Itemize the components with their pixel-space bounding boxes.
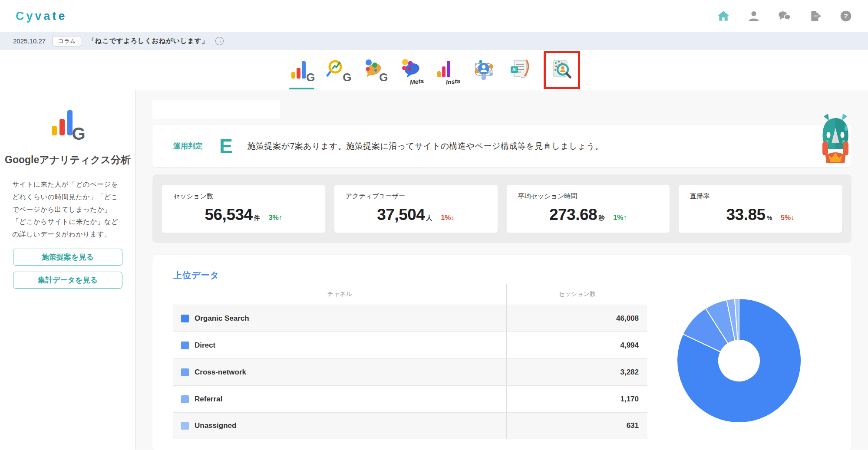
news-bar: 2025.10.27 コラム 「ねこですよろしくおねがいします」 → — [0, 32, 868, 50]
judgment-grade: E — [219, 135, 233, 158]
service-tab-bar: G G G Meta — [0, 50, 868, 90]
stat-card-sessions: セッション数 56,534 件 3%↑ — [162, 185, 325, 233]
stat-delta: 3%↑ — [269, 214, 283, 222]
session-count: 631 — [506, 413, 647, 439]
stat-delta: 1%↓ — [441, 214, 455, 222]
tab-meta[interactable]: Meta — [398, 55, 424, 85]
home-icon[interactable] — [717, 10, 730, 23]
stat-value: 273.68 — [549, 206, 597, 224]
stat-unit: 秒 — [598, 214, 604, 222]
user-icon[interactable] — [747, 10, 760, 23]
stat-value: 56,534 — [205, 206, 252, 224]
session-count: 46,008 — [506, 305, 647, 332]
ai-report-icon: AI — [508, 58, 532, 82]
legend-swatch — [181, 395, 189, 403]
tab-persona-analysis[interactable] — [544, 51, 580, 89]
down-arrow-icon: ↓ — [451, 214, 455, 222]
svg-text:?: ? — [844, 12, 848, 20]
stats-cards: セッション数 56,534 件 3%↑ アクティブユーザー 37,504 人 1… — [152, 174, 851, 243]
news-title-link[interactable]: 「ねこですよろしくおねがいします」 — [88, 37, 208, 45]
judgment-panel: 運用判定 E 施策提案が7案あります。施策提案に沿ってサイトの構造やページ構成等… — [152, 125, 851, 167]
session-count: 3,282 — [506, 359, 647, 385]
stat-unit: 件 — [254, 214, 260, 222]
table-row[interactable]: Unassigned 631 — [173, 412, 647, 439]
tab-google-analytics[interactable]: G — [288, 55, 314, 85]
app-header: Cyvate ? — [0, 0, 868, 32]
top-data-panel: 上位データ チャネル セッション数 Organic Search 46,008 … — [152, 255, 851, 450]
google-analytics-logo: G — [44, 108, 92, 141]
stat-delta: 5%↓ — [781, 214, 795, 222]
news-date: 2025.10.27 — [13, 37, 46, 45]
svg-text:G: G — [72, 124, 85, 141]
news-category-badge: コラム — [53, 36, 81, 46]
export-icon[interactable] — [809, 10, 822, 23]
main-area: 運用判定 E 施策提案が7案あります。施策提案に沿ってサイトの構造やページ構成等… — [136, 90, 868, 450]
up-arrow-icon: ↑ — [623, 214, 627, 222]
stat-label: セッション数 — [173, 192, 314, 200]
view-aggregate-data-button[interactable]: 集計データを見る — [13, 272, 122, 289]
session-count: 1,170 — [506, 386, 647, 412]
stat-value: 33.85 — [726, 206, 766, 224]
sidebar: G Googleアナリティクス分析 サイトに来た人が「どのページをどれくらいの時… — [0, 90, 136, 450]
channel-name: Direct — [195, 341, 215, 350]
persona-analysis-icon — [550, 58, 574, 82]
stat-card-active-users: アクティブユーザー 37,504 人 1%↓ — [334, 185, 498, 233]
legend-swatch — [181, 315, 189, 322]
tab-google-business-profile[interactable]: G — [361, 55, 387, 85]
judgment-label: 運用判定 — [173, 141, 203, 151]
help-icon[interactable]: ? — [839, 10, 852, 23]
legend-swatch — [181, 342, 189, 349]
chat-icon[interactable] — [778, 10, 792, 23]
stat-label: 直帰率 — [690, 192, 831, 200]
stat-unit: 人 — [426, 214, 432, 222]
session-count: 4,994 — [506, 332, 647, 358]
table-row[interactable]: Direct 4,994 — [173, 332, 647, 358]
judgment-message: 施策提案が7案あります。施策提案に沿ってサイトの構造やページ構成等を見直しましょ… — [248, 141, 604, 152]
up-arrow-icon: ↑ — [279, 214, 283, 222]
tab-instagram[interactable]: Insta — [434, 55, 460, 85]
tab-ai-advisor[interactable] — [471, 55, 497, 85]
column-header-sessions: セッション数 — [506, 284, 647, 305]
stat-delta: 1%↑ — [613, 214, 627, 222]
svg-text:AI: AI — [512, 67, 516, 72]
table-row[interactable]: Referral 1,170 — [173, 385, 647, 412]
tab-search-console[interactable]: G — [325, 55, 351, 85]
channel-donut-chart — [647, 284, 831, 439]
stat-card-avg-session-time: 平均セッション時間 273.68 秒 1%↑ — [507, 185, 670, 233]
channel-table: チャネル セッション数 Organic Search 46,008 Direct… — [173, 284, 647, 439]
sidebar-description: サイトに来た人が「どのページをどれくらいの時間見たか」「どこでページから出てしま… — [12, 178, 123, 240]
top-data-heading: 上位データ — [173, 269, 831, 281]
stat-card-bounce-rate: 直帰率 33.85 % 5%↓ — [679, 185, 842, 233]
table-row[interactable]: Organic Search 46,008 — [173, 305, 647, 332]
view-proposals-button[interactable]: 施策提案を見る — [13, 249, 122, 266]
stat-label: アクティブユーザー — [346, 192, 486, 200]
stat-unit: % — [767, 214, 772, 221]
rhino-mascot — [818, 113, 852, 166]
legend-swatch — [181, 368, 189, 376]
column-header-channel: チャネル — [173, 290, 506, 298]
sidebar-title: Googleアナリティクス分析 — [0, 153, 135, 167]
legend-swatch — [181, 422, 189, 430]
report-tab-placeholder[interactable] — [152, 100, 280, 119]
down-arrow-icon: ↓ — [791, 214, 795, 222]
table-header: チャネル セッション数 — [173, 284, 647, 305]
news-arrow-icon[interactable]: → — [215, 37, 224, 45]
channel-name: Cross-network — [195, 368, 246, 377]
table-row[interactable]: Cross-network 3,282 — [173, 358, 647, 385]
channel-name: Unassigned — [195, 421, 236, 430]
ai-advisor-icon — [472, 58, 496, 82]
channel-name: Organic Search — [195, 314, 249, 323]
stat-value: 37,504 — [377, 206, 425, 224]
stat-label: 平均セッション時間 — [518, 192, 659, 200]
channel-name: Referral — [195, 395, 222, 404]
tab-ai-report[interactable]: AI — [507, 55, 533, 85]
app-logo: Cyvate — [16, 10, 67, 23]
